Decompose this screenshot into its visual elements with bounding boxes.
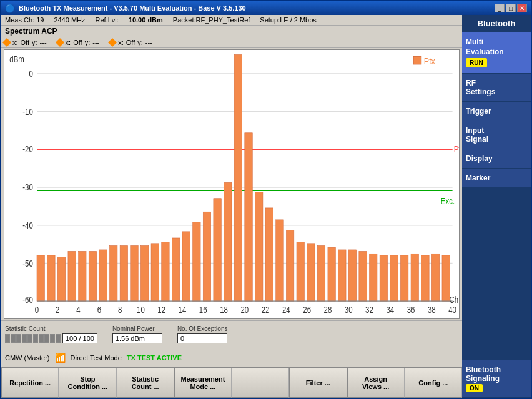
svg-text:38: 38 [428,305,436,315]
svg-rect-24 [89,252,96,302]
svg-rect-27 [120,246,127,302]
svg-rect-44 [297,242,304,301]
svg-rect-33 [182,232,190,301]
svg-rect-56 [421,255,429,301]
svg-text:-20: -20 [22,144,33,154]
config-button[interactable]: Config ... [405,368,462,398]
svg-text:28: 28 [324,305,332,315]
svg-text:-30: -30 [22,182,33,192]
repetition-button[interactable]: Repetition ... [1,368,59,398]
stop-condition-button[interactable]: StopCondition ... [59,368,116,398]
svg-text:dBm: dBm [9,54,24,64]
freq: 2440 MHz [54,16,85,24]
svg-rect-20 [47,255,55,301]
main-content: Meas Ch: 19 2440 MHz Ref.Lvl: 10.00 dBm … [1,15,531,398]
marker-2-diamond [56,38,64,47]
svg-rect-46 [317,246,325,302]
marker-label: Marker [466,174,490,182]
bottom-toolbar: Repetition ... StopCondition ... Statist… [1,367,462,398]
svg-rect-30 [151,244,159,301]
chart-area: 0 -10 -20 -30 -40 -50 -60 dBm Ptx Exc. [4,49,460,319]
cmw-mode: Direct Test Mode [71,354,122,362]
right-panel-title: Bluetooth [462,15,531,32]
marker-1-xlabel: x: [12,39,18,46]
svg-text:32: 32 [365,305,373,315]
svg-text:40: 40 [448,305,456,315]
svg-text:-10: -10 [22,107,33,117]
svg-rect-23 [79,252,86,302]
svg-text:-60: -60 [22,295,33,305]
marker-1-ylabel: y: [32,39,37,46]
svg-text:2: 2 [56,305,59,315]
svg-rect-57 [431,254,439,301]
bluetooth-signaling-section: BluetoothSignaling ON [462,360,531,398]
statistic-count-button[interactable]: StatisticCount ... [117,368,174,398]
packet: Packet:RF_PHY_TestRef [173,16,250,24]
filter-button[interactable]: Filter ... [289,368,347,398]
svg-rect-21 [57,257,65,301]
title-bar-controls[interactable]: _ □ ✕ [495,4,527,12]
title-bar-left: 🔵 Bluetooth TX Measurement - V3.5.70 Mul… [5,4,246,13]
svg-text:36: 36 [407,305,415,315]
marker-3-xval: Off [126,39,135,46]
svg-text:12: 12 [157,305,165,315]
measurement-mode-button[interactable]: MeasurementMode ... [174,368,232,398]
prog-seg-1 [5,334,10,343]
trigger-button[interactable]: Trigger [462,102,531,121]
svg-text:16: 16 [199,305,207,315]
svg-rect-31 [162,242,169,301]
svg-text:Exc.: Exc. [441,196,455,206]
svg-rect-32 [172,238,179,301]
marker-2-xlabel: x: [66,39,71,46]
prog-seg-7 [39,334,44,343]
close-button[interactable]: ✕ [517,4,527,12]
display-label: Display [466,154,493,163]
signal-icon: 📶 [55,353,66,363]
svg-rect-43 [286,230,293,301]
setup: Setup:LE / 2 Mbps [260,16,317,24]
exceptions-label: No. Of Exceptions [177,325,228,332]
prog-seg-3 [16,334,21,343]
marker-1-yval: --- [40,39,47,46]
multi-evaluation-label: MultiEvaluation [466,37,504,56]
marker-3-yval: --- [145,39,152,46]
assign-views-button[interactable]: AssignViews ... [347,368,405,398]
left-panel: Meas Ch: 19 2440 MHz Ref.Lvl: 10.00 dBm … [1,15,462,398]
marker-button[interactable]: Marker [462,169,531,188]
svg-rect-29 [140,246,148,302]
run-badge: RUN [466,58,487,67]
prog-seg-6 [33,334,38,343]
svg-text:34: 34 [386,305,394,315]
marker-1-diamond [2,38,11,47]
input-signal-button[interactable]: InputSignal [462,121,531,149]
right-panel: Bluetooth MultiEvaluation RUN RFSettings… [462,15,531,398]
svg-rect-49 [348,250,356,301]
svg-rect-38 [234,55,242,302]
info-bar: Meas Ch: 19 2440 MHz Ref.Lvl: 10.00 dBm … [1,15,462,26]
stats-bar: Statistic Count [1,320,462,348]
prog-seg-2 [11,334,16,343]
svg-text:Ptx: Ptx [424,56,435,66]
empty-button[interactable] [232,368,289,398]
svg-rect-82 [413,56,421,64]
marker-3-ylabel: y: [137,39,143,46]
svg-rect-28 [131,246,138,302]
svg-rect-26 [109,246,117,302]
svg-rect-47 [328,247,335,301]
svg-rect-25 [99,250,107,301]
rf-settings-button[interactable]: RFSettings [462,74,531,102]
svg-text:26: 26 [303,305,311,315]
maximize-button[interactable]: □ [506,4,516,12]
minimize-button[interactable]: _ [495,4,505,12]
marker-2-ylabel: y: [85,39,91,46]
svg-rect-19 [37,255,44,301]
svg-rect-34 [193,222,200,301]
nominal-power-value: 1.56 dBm [112,333,162,343]
svg-text:0: 0 [29,69,32,79]
multi-evaluation-button[interactable]: MultiEvaluation RUN [462,32,531,74]
svg-rect-48 [338,250,346,301]
title-bar: 🔵 Bluetooth TX Measurement - V3.5.70 Mul… [1,1,531,15]
display-button[interactable]: Display [462,149,531,169]
cmw-bar: CMW (Master) 📶 Direct Test Mode TX TEST … [1,348,462,367]
progress-segments [5,334,61,343]
